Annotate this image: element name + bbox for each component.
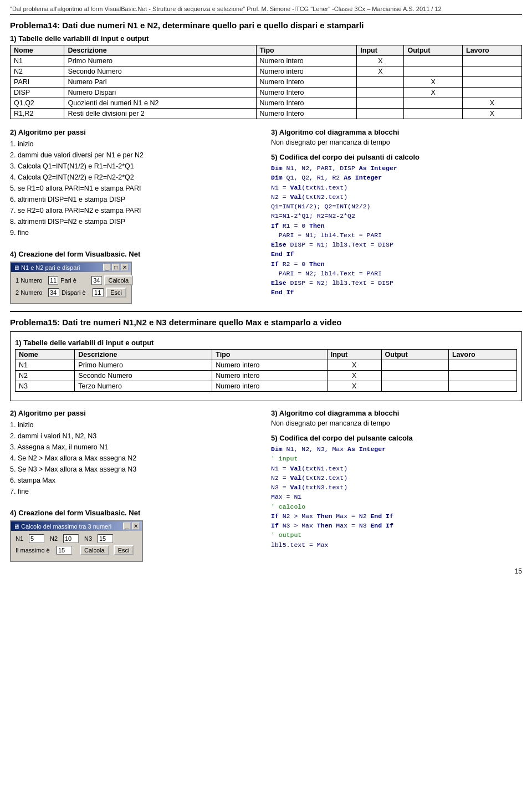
col-output: Output [404, 45, 463, 56]
col-descrizione: Descrizione [64, 45, 256, 56]
p15-form-titlebar-text: 🖥 Calcolo del massimo tra 3 numeri [13, 523, 111, 530]
code-line: N3 = Val(txtN3.text) [271, 483, 522, 492]
table-cell: Secondo Numero [75, 371, 212, 381]
table-cell: Primo Numero [75, 360, 212, 371]
p15-n2-input[interactable]: 10 [63, 534, 79, 543]
algo-step: 2. dammi due valori diversi per N1 e per… [10, 150, 261, 161]
p14-calcola-btn[interactable]: Calcola [104, 275, 134, 285]
p15-esci-btn[interactable]: Esci [114, 545, 134, 555]
table-cell: Numero Intero [256, 109, 357, 119]
table-cell [463, 77, 522, 88]
table-cell: PARI [11, 77, 64, 88]
minimize-btn[interactable]: _ [103, 264, 111, 271]
table-cell [381, 371, 448, 381]
algo-step: 4. Se N2 > Max allora a Max assegna N2 [10, 453, 261, 464]
maximize-btn[interactable]: □ [112, 264, 120, 271]
algo-step: 3. Assegna a Max, il numero N1 [10, 442, 261, 453]
table-cell: Numero intero [256, 66, 357, 77]
table-cell: Numero Dispari [64, 88, 256, 98]
table-cell: Primo Numero [64, 56, 256, 66]
code-line: Else DISP = N1; lbl3.Text = DISP [271, 240, 522, 249]
code-line: ' input [271, 454, 522, 463]
table-cell [357, 98, 404, 109]
p14-code-block: Dim N1, N2, PARI, DISP As IntegerDim Q1,… [271, 163, 522, 298]
table-cell: Numero Intero [256, 88, 357, 98]
table-cell [404, 66, 463, 77]
p15-col-nome: Nome [16, 350, 75, 360]
p14-input2[interactable]: 34 [48, 288, 59, 297]
p14-form-title: 4) Creazione del form Visualbasic. Net [10, 250, 261, 258]
p15-col-tipo: Tipo [212, 350, 327, 360]
code-line: PARI = N1; lbl4.Text = PARI [271, 231, 522, 240]
p14-titlebar-btns: _ □ ✕ [103, 264, 129, 271]
table-cell: Quozienti dei numeri N1 e N2 [64, 98, 256, 109]
p14-var-table: Nome Descrizione Tipo Input Output Lavor… [10, 45, 522, 119]
algo-step: 6. stampa Max [10, 475, 261, 486]
p14-pari-val: 34 [91, 276, 101, 285]
algo-step: 5. se R1=0 allora PARI=N1 e stampa PARI [10, 183, 261, 194]
code-line: Else DISP = N2; lbl3.Text = DISP [271, 278, 522, 288]
table-cell: X [463, 109, 522, 119]
p15-algo-steps: 1. inizio2. dammi i valori N1, N2, N33. … [10, 419, 261, 497]
p15-close-btn[interactable]: ✕ [132, 523, 140, 530]
table-cell: X [404, 88, 463, 98]
problem14-title: Problema14: Dati due numeri N1 e N2, det… [10, 21, 522, 30]
table-cell: Secondo Numero [64, 66, 256, 77]
p15-col-right: 3) Algoritmo col diagramma a blocchi Non… [271, 406, 522, 562]
p14-input1[interactable]: 11 [48, 276, 58, 285]
table-cell [404, 109, 463, 119]
p15-form-title: 4) Creazione del form Visualbasic. Net [10, 509, 261, 517]
table-cell: R1,R2 [11, 109, 64, 119]
p15-diag-text: Non disegnato per mancanza di tempo [271, 419, 522, 427]
table-cell [404, 56, 463, 66]
p14-label2: 2 Numero [16, 289, 46, 296]
p15-form-screenshot: 🖥 Calcolo del massimo tra 3 numeri _ ✕ N… [10, 520, 143, 562]
table-cell: X [404, 77, 463, 88]
p14-diag-title: 3) Algoritmo col diagramma a blocchi [271, 128, 522, 136]
table-cell: DISP [11, 88, 64, 98]
p14-disp-label: Dispari è [62, 289, 90, 296]
table-cell: N3 [16, 381, 75, 392]
code-line: ' output [271, 530, 522, 540]
table-cell: Terzo Numero [75, 381, 212, 392]
code-line: If R1 = 0 Then [271, 221, 522, 231]
close-btn[interactable]: ✕ [121, 264, 129, 271]
col-nome: Nome [11, 45, 64, 56]
code-line: R1=N1-2*Q1; R2=N2-2*Q2 [271, 211, 522, 221]
table-row: N3Terzo NumeroNumero interoX [16, 381, 517, 392]
code-line: If N2 > Max Then Max = N2 End If [271, 511, 522, 521]
table-cell [357, 109, 404, 119]
table-row: R1,R2Resti delle divisioni per 2Numero I… [11, 109, 522, 119]
p14-diag-text: Non disegnato per mancanza di tempo [271, 139, 522, 146]
code-line: If N3 > Max Then Max = N3 End If [271, 521, 522, 530]
divider [10, 311, 522, 312]
table-cell [381, 381, 448, 392]
table-row: PARINumero PariNumero InteroX [11, 77, 522, 88]
table-cell: N2 [11, 66, 64, 77]
table-cell: Numero intero [212, 360, 327, 371]
code-line: ' calcolo [271, 502, 522, 511]
p15-diag-title: 3) Algoritmo col diagramma a blocchi [271, 409, 522, 417]
col-input: Input [357, 45, 404, 56]
table-row: Q1,Q2Quozienti dei numeri N1 e N2Numero … [11, 98, 522, 109]
algo-step: 3. Calcola Q1=INT(N1/2) e R1=N1-2*Q1 [10, 161, 261, 172]
p15-n1-input[interactable]: 5 [29, 534, 44, 543]
p14-esci-btn[interactable]: Esci [106, 288, 126, 298]
p15-col-descrizione: Descrizione [75, 350, 212, 360]
p15-n3-input[interactable]: 15 [98, 534, 113, 543]
p15-n3-label: N3 [84, 535, 95, 542]
table-cell [381, 360, 448, 371]
code-line: N2 = Val(txtN2.text) [271, 473, 522, 483]
p15-n2-label: N2 [50, 535, 61, 542]
table-cell: Q1,Q2 [11, 98, 64, 109]
p14-form-row1: 1 Numero 11 Pari è 34 Calcola [16, 275, 126, 285]
table-cell: X [463, 98, 522, 109]
page-number: 15 [10, 567, 522, 575]
table-cell: X [357, 56, 404, 66]
p15-calcola-btn[interactable]: Calcola [80, 545, 109, 555]
p14-form-titlebar: 🖥 N1 e N2 pari e dispari _ □ ✕ [11, 263, 131, 272]
col-lavoro: Lavoro [463, 45, 522, 56]
algo-step: 1. inizio [10, 139, 261, 150]
table-cell: Resti delle divisioni per 2 [64, 109, 256, 119]
p15-minimize-btn[interactable]: _ [123, 523, 131, 530]
